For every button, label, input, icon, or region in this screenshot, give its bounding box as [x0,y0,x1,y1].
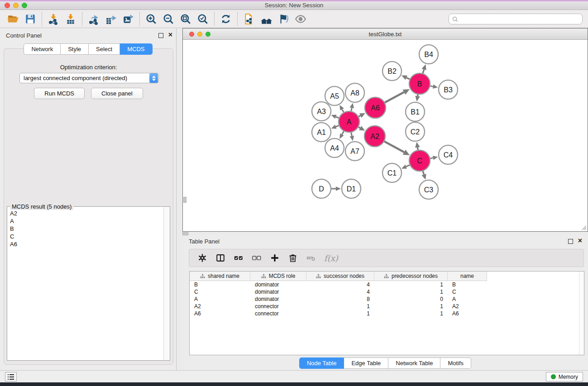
table-cell[interactable]: 8 [306,296,374,302]
graph-node-C2[interactable]: C2 [406,122,425,141]
create-column-button[interactable] [268,251,282,265]
result-item[interactable]: C [8,233,163,240]
table-cell[interactable]: A6 [190,310,250,317]
new-session-from-network-button[interactable] [240,12,258,26]
zoom-fit-button[interactable] [177,12,194,26]
show-graphics-details-button[interactable] [292,12,309,26]
tab-edge-table[interactable]: Edge Table [344,357,388,369]
run-mcds-button[interactable]: Run MCDS [34,88,85,99]
deselect-all-button[interactable] [250,251,263,265]
table-cell[interactable]: dominator [250,281,306,288]
delete-table-button[interactable] [304,251,318,265]
table-cell[interactable]: C [190,289,250,295]
show-column-button[interactable] [214,251,227,265]
table-row[interactable]: A2connector11A2 [190,303,584,310]
refresh-button[interactable] [217,12,234,26]
graph-node-B4[interactable]: B4 [419,45,438,64]
graph-node-A7[interactable]: A7 [345,142,364,161]
table-cell[interactable]: 4 [306,281,374,288]
delete-columns-button[interactable] [286,251,300,265]
hide-panels-button[interactable] [275,12,292,26]
table-cell[interactable]: connector [250,303,306,310]
home-button[interactable] [258,12,275,26]
close-table-panel-icon[interactable]: × [578,237,582,245]
column-header-MCDS-role[interactable]: MCDS role [250,272,306,281]
tab-style[interactable]: Style [61,43,89,55]
graph-node-B1[interactable]: B1 [406,102,425,121]
tab-motifs[interactable]: Motifs [440,357,471,369]
criterion-dropdown[interactable]: largest connected component (directed) [19,73,159,83]
result-item[interactable]: A [8,217,163,225]
network-canvas[interactable]: AA1A2A3A4A5A6A7A8BB1B2B3B4CC1C2C3C4DD1 [183,40,588,231]
export-table-button[interactable] [102,12,120,26]
close-panel-icon[interactable]: × [168,31,172,39]
search-field[interactable] [449,14,583,24]
table-settings-button[interactable] [196,251,209,265]
select-all-button[interactable] [232,251,245,265]
table-row[interactable]: Bdominator41B [190,281,584,288]
table-cell[interactable]: C [448,289,487,295]
save-session-button[interactable] [22,12,39,26]
graph-node-C4[interactable]: C4 [439,145,458,164]
network-window-titlebar[interactable]: testGlobe.txt [183,29,588,40]
column-header-shared-name[interactable]: shared name [190,272,250,281]
table-cell[interactable]: A2 [190,303,250,310]
table-row[interactable]: Adominator80A [190,295,584,303]
graph-node-A[interactable]: A [339,111,359,132]
table-cell[interactable]: A [448,296,487,302]
horizontal-scroll-thumb[interactable] [182,232,188,235]
search-input[interactable] [459,16,582,23]
table-cell[interactable]: 1 [374,303,448,310]
zoom-out-button[interactable] [160,12,177,26]
open-file-button[interactable] [5,12,22,26]
table-cell[interactable]: A [190,296,250,302]
graph-node-C3[interactable]: C3 [419,180,438,199]
import-table-button[interactable] [62,12,79,26]
table-cell[interactable]: 0 [374,296,448,302]
vertical-scroll-thumb[interactable] [183,197,186,203]
table-cell[interactable]: 4 [306,289,374,295]
table-row[interactable]: A6connector11A6 [190,310,584,317]
window-resize-grip[interactable] [581,225,587,230]
graph-node-B2[interactable]: B2 [382,62,402,81]
tab-network-table[interactable]: Network Table [388,357,440,369]
tab-network[interactable]: Network [24,43,61,55]
graph-node-A5[interactable]: A5 [325,86,344,105]
task-history-button[interactable] [5,372,17,381]
result-item[interactable]: B [8,225,163,233]
table-cell[interactable]: 1 [374,310,448,317]
graph-node-A3[interactable]: A3 [312,102,331,121]
graph-node-D[interactable]: D [312,179,331,198]
graph-node-A4[interactable]: A4 [325,138,344,157]
result-item[interactable]: A2 [8,210,163,217]
export-network-button[interactable] [85,12,102,26]
graph-node-B3[interactable]: B3 [439,80,458,99]
mcds-result-list[interactable]: A2ABCA6 [8,210,163,359]
zoom-selected-button[interactable] [194,12,211,26]
table-cell[interactable]: A2 [448,303,487,310]
table-cell[interactable]: A6 [448,310,487,317]
tab-node-table[interactable]: Node Table [299,357,344,369]
table-row[interactable]: Cdominator41C [190,288,584,295]
table-cell[interactable]: 1 [374,281,448,288]
column-header-successor-nodes[interactable]: successor nodes [306,272,374,281]
graph-node-A6[interactable]: A6 [365,97,386,118]
graph-node-A1[interactable]: A1 [312,123,331,142]
tab-mcds[interactable]: MCDS [120,43,152,55]
export-image-button[interactable] [120,12,137,26]
table-cell[interactable]: B [190,281,250,288]
graph-node-C1[interactable]: C1 [382,163,402,182]
table-scrollbar[interactable] [579,272,584,355]
memory-button[interactable]: Memory [546,372,583,381]
function-builder-button[interactable]: f(x) [322,253,338,263]
float-table-panel-icon[interactable] [568,239,573,244]
graph-node-C[interactable]: C [409,150,430,171]
graph-node-A8[interactable]: A8 [345,83,364,102]
table-cell[interactable]: 1 [306,303,374,310]
graph-node-D1[interactable]: D1 [342,179,361,198]
table-cell[interactable]: dominator [250,289,306,295]
close-panel-button[interactable]: Close panel [91,88,143,99]
float-panel-icon[interactable] [158,33,163,38]
table-cell[interactable]: B [448,281,487,288]
result-list-scrollbar[interactable] [163,207,169,360]
